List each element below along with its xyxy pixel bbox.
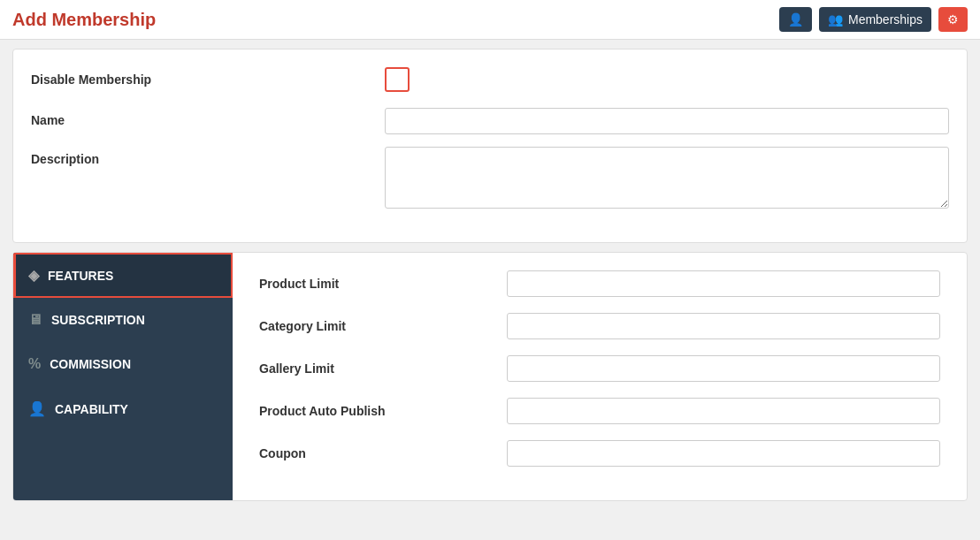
gallery-limit-label: Gallery Limit bbox=[259, 361, 507, 376]
membership-form-card: Disable Membership Name Description bbox=[12, 49, 968, 243]
sidebar-label-subscription: SUBSCRIPTION bbox=[51, 313, 145, 327]
description-textarea[interactable] bbox=[385, 147, 949, 209]
gallery-limit-input-wrap bbox=[507, 355, 940, 382]
users-icon: 👤 bbox=[788, 12, 803, 27]
auto-publish-label: Product Auto Publish bbox=[259, 404, 507, 418]
product-limit-input-wrap bbox=[507, 270, 940, 297]
feature-row-product-limit: Product Limit bbox=[259, 270, 940, 297]
description-input-wrap bbox=[385, 147, 949, 212]
feature-row-category-limit: Category Limit bbox=[259, 313, 940, 339]
settings-icon: ⚙ bbox=[947, 12, 959, 27]
header-actions: 👤 👥 Memberships ⚙ bbox=[779, 7, 968, 32]
users-button[interactable]: 👤 bbox=[779, 7, 812, 32]
description-label: Description bbox=[31, 147, 385, 166]
name-input-wrap bbox=[385, 108, 949, 134]
memberships-btn-icon: 👥 bbox=[828, 12, 843, 27]
feature-row-auto-publish: Product Auto Publish bbox=[259, 398, 940, 424]
sidebar-item-features[interactable]: ◈ FEATURES bbox=[13, 253, 233, 298]
disable-membership-label: Disable Membership bbox=[31, 67, 385, 87]
feature-row-coupon: Coupon bbox=[259, 440, 940, 467]
page-title: Add Membership bbox=[12, 10, 156, 30]
gallery-limit-input[interactable] bbox=[507, 355, 940, 382]
disable-membership-row: Disable Membership bbox=[31, 67, 949, 95]
product-limit-label: Product Limit bbox=[259, 277, 507, 291]
coupon-input-wrap bbox=[507, 440, 940, 467]
settings-button[interactable]: ⚙ bbox=[938, 7, 968, 32]
name-row: Name bbox=[31, 108, 949, 134]
coupon-label: Coupon bbox=[259, 446, 507, 460]
sidebar-label-features: FEATURES bbox=[48, 269, 113, 283]
memberships-btn-label: Memberships bbox=[848, 12, 923, 27]
name-label: Name bbox=[31, 108, 385, 127]
category-limit-input[interactable] bbox=[507, 313, 940, 339]
auto-publish-input-wrap bbox=[507, 398, 940, 424]
sidebar-label-commission: COMMISSION bbox=[50, 357, 131, 371]
name-input[interactable] bbox=[385, 108, 949, 134]
capability-icon: 👤 bbox=[28, 400, 46, 417]
category-limit-label: Category Limit bbox=[259, 319, 507, 333]
sidebar-item-commission[interactable]: % COMMISSION bbox=[13, 342, 233, 386]
category-limit-input-wrap bbox=[507, 313, 940, 339]
subscription-icon: 🖥 bbox=[28, 312, 42, 328]
features-panel: Product Limit Category Limit Gallery Lim… bbox=[233, 253, 967, 500]
disable-checkbox-wrap bbox=[385, 67, 949, 95]
sidebar-nav: ◈ FEATURES 🖥 SUBSCRIPTION % COMMISSION 👤… bbox=[13, 253, 233, 500]
bottom-section: ◈ FEATURES 🖥 SUBSCRIPTION % COMMISSION 👤… bbox=[12, 252, 968, 501]
sidebar-item-subscription[interactable]: 🖥 SUBSCRIPTION bbox=[13, 298, 233, 342]
sidebar-item-capability[interactable]: 👤 CAPABILITY bbox=[13, 386, 233, 431]
features-icon: ◈ bbox=[28, 267, 39, 284]
product-limit-input[interactable] bbox=[507, 270, 940, 297]
description-row: Description bbox=[31, 147, 949, 212]
memberships-button[interactable]: 👥 Memberships bbox=[819, 7, 931, 32]
disable-membership-checkbox[interactable] bbox=[385, 67, 410, 92]
auto-publish-input[interactable] bbox=[507, 398, 940, 424]
feature-row-gallery-limit: Gallery Limit bbox=[259, 355, 940, 382]
coupon-input[interactable] bbox=[507, 440, 940, 467]
main-content: Disable Membership Name Description ◈ bbox=[0, 40, 980, 510]
sidebar-label-capability: CAPABILITY bbox=[55, 402, 128, 416]
commission-icon: % bbox=[28, 356, 41, 372]
page-header: Add Membership 👤 👥 Memberships ⚙ bbox=[0, 0, 980, 40]
